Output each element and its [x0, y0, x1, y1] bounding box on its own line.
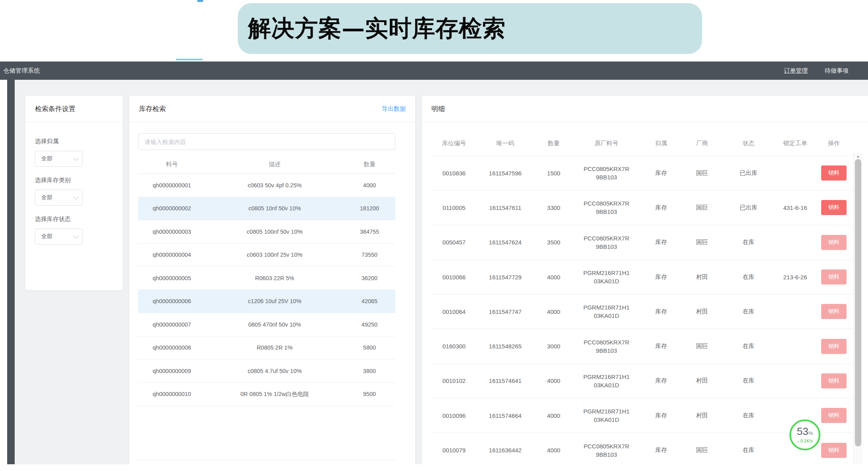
inventory-table-row[interactable]: qh0000000001c0603 50v 4pf 0.25%4000	[138, 174, 395, 197]
cell-action: 销料	[814, 408, 854, 423]
cell-action: 销料	[814, 443, 854, 458]
cell-uid: 1611574664	[477, 412, 533, 419]
cell-qty: 4000	[533, 308, 574, 315]
cell-status: 在库	[721, 273, 776, 281]
column-header: 厂商	[683, 140, 721, 147]
cell-uid: 1611547596	[477, 170, 533, 177]
scrap-material-button[interactable]: 销料	[821, 373, 847, 388]
cell-lock: 213-6-26	[776, 274, 814, 281]
scrap-material-button[interactable]: 销料	[821, 304, 847, 319]
cell-bin: 0110005	[431, 204, 477, 211]
cell-mpn: PGRM216R71H103KA01D	[574, 373, 639, 389]
cell-status: 在库	[721, 238, 776, 246]
cell-owner: 库存	[639, 377, 683, 384]
cell-owner: 库存	[639, 342, 683, 350]
inventory-search-panel: 库存检索 导出数据 料号 描述 数量 qh0000000001c0603 50v…	[129, 95, 416, 464]
cell-qty: 36200	[344, 275, 395, 281]
cell-desc: c0603 100nf 25v 10%	[206, 252, 344, 258]
scrap-material-button[interactable]: 销料	[821, 165, 847, 181]
warehouse-management-screen: 解决方案—实时库存检索 仓储管理系统 订单管理 待做事项 检索条件设置 选择归属…	[0, 0, 868, 471]
cell-qty: 4000	[344, 182, 395, 188]
cell-bin: 0160300	[431, 343, 477, 350]
nav-link-order-management[interactable]: 订单管理	[784, 67, 808, 75]
cell-vendor: 国巨	[683, 204, 721, 211]
cell-bin: 0010096	[431, 412, 477, 419]
inventory-table-row[interactable]: qh0000000005R0603 22R 5%36200	[138, 267, 395, 290]
scrap-material-button[interactable]: 销料	[821, 269, 847, 285]
column-header: 料号	[138, 161, 206, 168]
search-input[interactable]	[138, 133, 395, 150]
cell-vendor: 国巨	[683, 446, 721, 454]
scrap-material-button[interactable]: 销料	[821, 339, 847, 354]
status-select[interactable]: 全部	[35, 229, 83, 244]
cell-owner: 库存	[639, 169, 683, 177]
cell-bin: 0010064	[431, 308, 477, 315]
cell-action: 销料	[814, 339, 854, 354]
clipped-blue-artifact	[197, 0, 203, 2]
nav-links: 订单管理 待做事项	[784, 62, 849, 80]
owner-filter-label: 选择归属	[35, 138, 115, 145]
cell-qty: 9500	[344, 391, 395, 397]
cell-owner: 库存	[639, 412, 683, 419]
cell-qty: 4000	[533, 274, 574, 281]
status-filter-label: 选择库存状态	[35, 215, 115, 223]
scrollbar-up-arrow-icon[interactable]: ▲	[854, 153, 862, 159]
download-progress-badge[interactable]: 53% ↓ 0.1K/s	[789, 419, 820, 450]
scrap-material-button[interactable]: 销料	[821, 235, 847, 250]
owner-select[interactable]: 全部	[35, 151, 83, 167]
cell-bin: 0010079	[431, 447, 477, 454]
detail-table-body: 001083616115475961500PCC0805KRX7R9BB103库…	[431, 156, 854, 468]
filter-panel-title: 检索条件设置	[35, 104, 75, 113]
cell-owner: 库存	[639, 308, 683, 315]
column-header: 数量	[533, 140, 574, 147]
export-data-link[interactable]: 导出数据	[382, 105, 406, 113]
scrap-material-button[interactable]: 销料	[821, 408, 847, 423]
inventory-table-row[interactable]: qh0000000009c0805 4.7uf 50v 10%3800	[138, 359, 395, 383]
cell-qty: 49250	[344, 321, 395, 328]
detail-table-row: 005045716115476243500PCC0805KRX7R9BB103库…	[431, 225, 854, 260]
column-header: 状态	[721, 140, 776, 147]
cell-vendor: 国巨	[683, 169, 721, 177]
cell-qty: 3300	[533, 204, 574, 211]
category-select[interactable]: 全部	[35, 190, 83, 206]
cell-desc: 0805 470nf 50v 10%	[206, 321, 344, 328]
cell-qty: 384755	[344, 229, 395, 235]
detail-table-row: 001083616115475961500PCC0805KRX7R9BB103库…	[431, 156, 854, 190]
inventory-table-row[interactable]: qh0000000004c0603 100nf 25v 10%73550	[138, 244, 395, 267]
cell-vendor: 国巨	[683, 238, 721, 246]
inventory-table-row[interactable]: qh0000000006c1206 10uf 25V 10%42065	[138, 290, 395, 313]
inventory-table-row[interactable]: qh00000000070805 470nf 50v 10%49250	[138, 313, 395, 336]
cell-mpn: PGRM216R71H103KA01D	[574, 407, 639, 424]
inventory-table-body: qh0000000001c0603 50v 4pf 0.25%4000qh000…	[138, 174, 395, 406]
collapsed-sidebar-stripe	[7, 80, 15, 464]
scrollbar-thumb[interactable]	[855, 159, 861, 446]
inventory-table-row[interactable]: qh0000000002c0805 10nf 50v 10%181200	[138, 197, 395, 221]
cell-mpn: PCC0805KRX7R9BB103	[574, 338, 639, 355]
category-select-value: 全部	[41, 194, 52, 201]
cell-part_no: qh0000000008	[138, 344, 206, 351]
cell-status: 在库	[721, 446, 776, 454]
column-header: 描述	[206, 161, 344, 168]
cell-qty: 3000	[533, 343, 574, 350]
nav-link-todo-items[interactable]: 待做事项	[825, 67, 849, 75]
inventory-panel-header: 库存检索 导出数据	[129, 96, 415, 122]
cell-part_no: qh0000000005	[138, 275, 206, 281]
cell-mpn: PCC0805KRX7R9BB103	[574, 234, 639, 251]
inventory-table-row[interactable]: qh0000000003c0805 100nf 50v 10%384755	[138, 220, 395, 244]
cell-mpn: PCC0805KRX7R9BB103	[574, 442, 639, 459]
inventory-table-row[interactable]: qh0000000008R0805 2R 1%5800	[138, 336, 395, 360]
scrap-material-button[interactable]: 销料	[821, 443, 847, 458]
scrap-material-button[interactable]: 销料	[821, 200, 847, 215]
detail-panel: 明细 库位编号 唯一码 数量 原厂料号 归属 厂商 状态 锁定工单 操作 001…	[421, 95, 868, 464]
detail-table-row: 011000516115476113300PCC0805KRX7R9BB103库…	[431, 190, 854, 225]
cell-part_no: qh0000000004	[138, 252, 206, 258]
inventory-table-row[interactable]: qh00000000100R 0805 1% 1/2w白色电阻9500	[138, 383, 395, 406]
cell-mpn: PCC0805KRX7R9BB103	[574, 199, 639, 216]
cell-qty: 4000	[533, 412, 574, 419]
cell-desc: c1206 10uf 25V 10%	[206, 298, 344, 304]
slide-title: 解决方案—实时库存检索	[248, 13, 506, 44]
detail-table-row: 001009616115746644000PGRM216R71H103KA01D…	[431, 398, 854, 433]
detail-table-row: 016030016115482653000PCC0805KRX7R9BB103库…	[431, 329, 854, 363]
detail-table-header: 库位编号 唯一码 数量 原厂料号 归属 厂商 状态 锁定工单 操作	[431, 122, 854, 156]
page-bottom-strip	[0, 464, 868, 471]
